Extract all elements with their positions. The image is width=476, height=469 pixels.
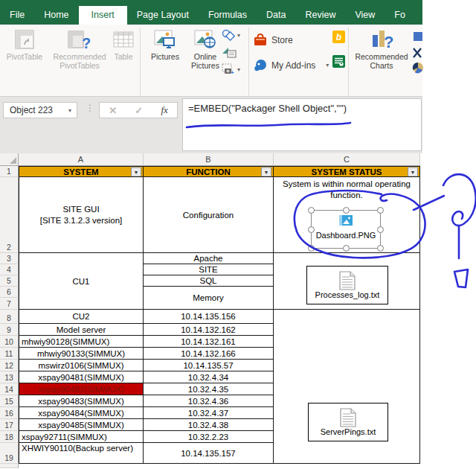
store-button[interactable]: Store (254, 34, 293, 46)
cell-b11[interactable]: 10.14.132.166 (144, 348, 274, 360)
row-header[interactable]: 8 (0, 310, 19, 324)
cell-b6-b7-merged[interactable]: Memory (144, 287, 274, 310)
cell-c8-c19-merged[interactable]: ServerPings.txt (274, 310, 420, 464)
tab-view[interactable]: View (345, 6, 385, 25)
pie-chart-icon-cutoff[interactable] (412, 62, 424, 77)
row-header[interactable]: 16 (0, 407, 19, 419)
row-header[interactable]: 6 (0, 287, 19, 298)
select-all-corner[interactable] (0, 153, 19, 166)
column-header-c[interactable]: C (274, 153, 420, 166)
cell-b4[interactable]: SITE (144, 264, 274, 275)
cell-b13[interactable]: 10.32.4.34 (144, 371, 274, 383)
cell-a9[interactable]: Model server (19, 324, 144, 336)
cell-c1-system-status-header[interactable]: SYSTEM STATUS ▼ (274, 166, 420, 177)
filter-button-system-status[interactable]: ▼ (408, 167, 418, 176)
row-header[interactable]: 12 (0, 360, 19, 371)
row-header[interactable]: 1 (0, 166, 19, 177)
column-header-b[interactable]: B (144, 153, 274, 166)
cell-a8[interactable]: CU2 (19, 310, 144, 324)
tab-data[interactable]: Data (257, 6, 295, 25)
scatter-chart-icon-cutoff[interactable] (412, 47, 422, 62)
embedded-object-server-pings[interactable]: ServerPings.txt (308, 403, 388, 441)
row-header[interactable]: 14 (0, 383, 19, 395)
row-header[interactable]: 17 (0, 419, 19, 431)
row-header[interactable]: 9 (0, 324, 19, 336)
formula-bar-grip[interactable]: ⋮ (86, 103, 94, 113)
cell-a14-alert[interactable]: xspay90482(SIMMUX) (19, 383, 144, 395)
cell-b19[interactable]: 10.14.135.157 (144, 443, 274, 464)
cell-a19[interactable]: XHWIY90110(Backup server) (19, 443, 144, 464)
name-box[interactable]: Object 223 ▾ (3, 102, 77, 118)
cell-a12[interactable]: mswirz0106(SIMMUX) (19, 360, 144, 371)
cell-b1-function-header[interactable]: FUNCTION ▼ (144, 166, 274, 177)
row-header[interactable]: 5 (0, 275, 19, 287)
selection-handle[interactable] (343, 207, 350, 214)
cell-c3-c7-merged[interactable]: Processes_log.txt (274, 253, 420, 310)
tab-formulas[interactable]: Formulas (199, 6, 257, 25)
selection-handle[interactable] (377, 245, 384, 252)
cell-b3[interactable]: Apache (144, 253, 274, 264)
row-header[interactable]: 3 (0, 253, 19, 264)
enter-button[interactable]: ✓ (135, 105, 143, 116)
embedded-object-dashboard-png[interactable]: Dashboard.PNG (311, 210, 381, 249)
cell-a16[interactable]: xspay90484(SIMMUX) (19, 407, 144, 419)
cell-a17[interactable]: xspay90485(SIMMUX) (19, 419, 144, 431)
selection-handle[interactable] (377, 207, 384, 214)
shapes-button[interactable]: ▾ (222, 29, 240, 41)
tab-home[interactable]: Home (34, 6, 78, 25)
recommended-pivottables-button[interactable]: ? Recommended PivotTables (45, 27, 114, 70)
pictures-button[interactable]: Pictures (146, 27, 184, 61)
row-header[interactable]: 7 (0, 298, 19, 310)
tab-review[interactable]: Review (295, 6, 345, 25)
cell-b15[interactable]: 10.32.4.36 (144, 395, 274, 407)
cell-b5[interactable]: SQL (144, 275, 274, 287)
selection-handle[interactable] (377, 226, 384, 233)
pivottable-button[interactable]: PivotTable (4, 27, 45, 61)
row-header[interactable]: 11 (0, 348, 19, 360)
embedded-object-processes-log[interactable]: Processes_log.txt (306, 266, 388, 304)
cell-b9[interactable]: 10.14.132.162 (144, 324, 274, 336)
cell-b12[interactable]: 10.14.135.57 (144, 360, 274, 371)
row-header[interactable]: 13 (0, 371, 19, 383)
tab-insert[interactable]: Insert (79, 6, 127, 25)
screenshot-button[interactable]: + ▾ (222, 63, 240, 75)
online-pictures-button[interactable]: Online Pictures (186, 27, 225, 70)
row-header[interactable]: 19 (0, 443, 19, 464)
cell-c2[interactable]: System is within normal operating functi… (274, 177, 420, 253)
cell-a2[interactable]: SITE GUI [SITE 3.1.2.3 version] (19, 177, 144, 253)
filter-button-system[interactable]: ▼ (131, 167, 141, 176)
cancel-button[interactable]: ✕ (109, 105, 117, 116)
insert-chart-icon-cutoff[interactable] (414, 32, 422, 45)
tab-file[interactable]: File (0, 6, 34, 25)
row-header[interactable]: 15 (0, 395, 19, 407)
row-header[interactable]: 18 (0, 431, 19, 443)
bing-addin-button[interactable]: b (332, 31, 345, 43)
tab-format-cutoff[interactable]: Fo (385, 6, 415, 25)
cell-b2[interactable]: Configuration (144, 177, 274, 253)
name-box-dropdown-arrow[interactable]: ▾ (68, 107, 71, 114)
my-addins-button[interactable]: My Add-ins ▾ (254, 59, 329, 71)
insert-function-button[interactable]: fx (161, 104, 167, 116)
formula-input[interactable]: =EMBED("Packager Shell Object","") (182, 98, 422, 151)
filter-button-function[interactable]: ▼ (261, 167, 271, 176)
cell-a18[interactable]: xspay92711(SIMMUX) (19, 431, 144, 443)
selection-handle[interactable] (343, 245, 350, 252)
selection-handle[interactable] (308, 226, 315, 233)
cell-a1-system-header[interactable]: SYSTEM ▼ (19, 166, 144, 177)
cell-b8[interactable]: 10.14.135.156 (144, 310, 274, 324)
tab-page-layout[interactable]: Page Layout (127, 6, 199, 25)
smartart-button[interactable] (222, 46, 240, 58)
cell-b16[interactable]: 10.32.4.37 (144, 407, 274, 419)
selection-handle[interactable] (308, 207, 315, 214)
cell-a10[interactable]: mhwiy90128(SIMMUX) (19, 336, 144, 348)
cell-b17[interactable]: 10.32.4.38 (144, 419, 274, 431)
green-addin-button[interactable] (332, 55, 345, 68)
column-header-a[interactable]: A (19, 153, 144, 166)
cell-b10[interactable]: 10.14.132.161 (144, 336, 274, 348)
cell-b14[interactable]: 10.32.4.35 (144, 383, 274, 395)
cell-a11[interactable]: mhwiy90133(SIMMUX) (19, 348, 144, 360)
cell-a13[interactable]: xspay90481(SIMMUX) (19, 371, 144, 383)
cell-b18[interactable]: 10.32.2.23 (144, 431, 274, 443)
row-header[interactable]: 2 (0, 177, 19, 253)
selection-handle[interactable] (308, 245, 315, 252)
